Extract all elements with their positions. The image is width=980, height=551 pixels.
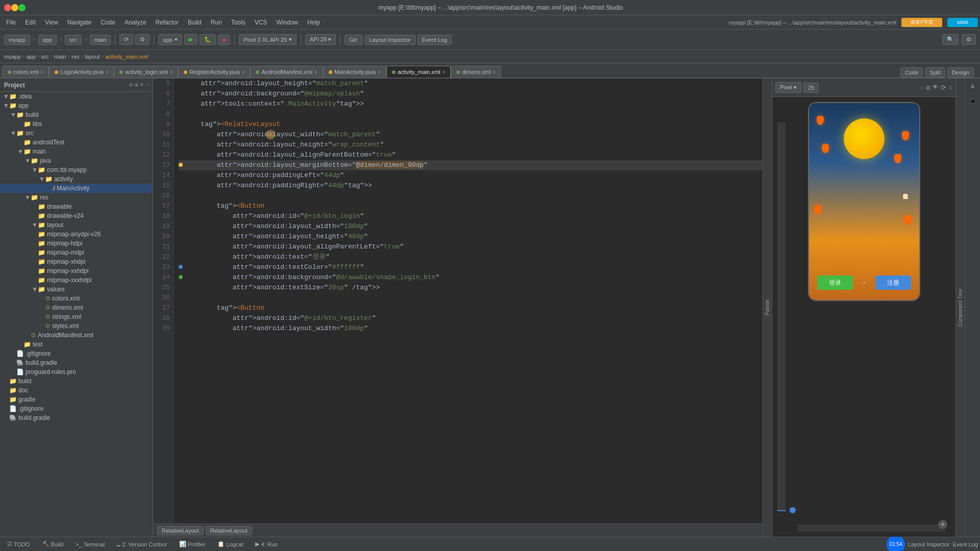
search-everywhere-btn[interactable]: 🔍	[942, 34, 959, 45]
tree-item-5[interactable]: 📁androidTest	[0, 138, 153, 147]
tree-item-12[interactable]: 📁drawable	[0, 202, 153, 211]
tree-item-9[interactable]: ▼📁activity	[0, 174, 153, 184]
code-tab-btn[interactable]: Code	[900, 67, 923, 78]
tab-colors-xml[interactable]: colors.xml ×	[2, 66, 49, 78]
error-icon[interactable]: ⚠	[920, 84, 924, 92]
menu-navigate[interactable]: Navigate	[63, 17, 95, 28]
menu-help[interactable]: Help	[303, 17, 324, 28]
event-log-btn[interactable]: Event Log	[418, 35, 452, 45]
tab-close-manifest[interactable]: ×	[314, 69, 317, 75]
bottom-tab-build[interactable]: 🔨 Build	[37, 539, 68, 549]
menu-edit[interactable]: Edit	[21, 17, 40, 28]
stop-btn[interactable]: ■	[218, 35, 231, 45]
tab-activity-login-xml[interactable]: activity_login.xml ×	[114, 66, 178, 78]
breadcrumb-res[interactable]: res	[71, 54, 79, 60]
code-editor[interactable]: 5678910111213141516171819202122232425262…	[153, 79, 763, 523]
tree-item-20[interactable]: 📁mipmap-xxxhdpi	[0, 276, 153, 285]
tree-item-19[interactable]: 📁mipmap-xxhdpi	[0, 266, 153, 276]
design-tab-btn[interactable]: Design	[947, 67, 974, 78]
tree-item-3[interactable]: 📁libs	[0, 119, 153, 129]
panel-sync-icon[interactable]: ⟳	[129, 82, 133, 88]
sdk-btn[interactable]: API 29 ▾	[305, 34, 336, 45]
breadcrumb-app[interactable]: app	[27, 54, 36, 60]
maximize-button[interactable]	[18, 4, 26, 11]
side-tab-attributes[interactable]: A	[967, 81, 979, 93]
tree-item-17[interactable]: 📁mipmap-mdpi	[0, 248, 153, 257]
tab-login-activity[interactable]: LoginActivity.java ×	[49, 66, 114, 78]
code-content[interactable]: attr">android:layout_height="match_paren…	[174, 79, 763, 523]
toolbar-app-btn[interactable]: app	[38, 35, 57, 45]
tree-item-10[interactable]: JMainActivity	[0, 184, 153, 193]
split-tab-btn[interactable]: Split	[925, 67, 945, 78]
settings-global-btn[interactable]: ⚙	[962, 34, 976, 45]
tree-item-7[interactable]: ▼📁java	[0, 156, 153, 165]
phone-login-btn[interactable]: 登录	[817, 276, 853, 290]
zoom-plus-btn[interactable]: +	[938, 520, 947, 529]
preview-eye-icon[interactable]: 👁	[932, 84, 939, 92]
breadcrumb-main[interactable]: main	[54, 54, 66, 60]
tab-close-main[interactable]: ×	[378, 69, 381, 75]
bottom-tab-todo[interactable]: ☑ TODO	[2, 539, 35, 549]
tree-item-31[interactable]: 📁build	[0, 377, 153, 386]
bottom-tab-run[interactable]: ▶ 4: Run	[250, 539, 282, 549]
run-btn[interactable]: ▶	[184, 34, 198, 45]
tree-item-18[interactable]: 📁mipmap-xhdpi	[0, 257, 153, 266]
breadcrumb-layout[interactable]: layout	[85, 54, 100, 60]
tab-manifest[interactable]: AndroidManifest.xml ×	[250, 66, 323, 78]
tree-item-32[interactable]: 📁doc	[0, 386, 153, 395]
bottom-tab-profiler[interactable]: 📊 Profiler	[174, 539, 211, 549]
preview-arrows-icon[interactable]: ↕	[948, 84, 952, 92]
tree-item-14[interactable]: ▼📁layout	[0, 220, 153, 230]
preview-refresh-icon[interactable]: ⟳	[941, 84, 946, 92]
panel-gear-icon[interactable]: ≡	[140, 82, 143, 88]
tree-item-25[interactable]: ⚙styles.xml	[0, 321, 153, 331]
menu-build[interactable]: Build	[184, 17, 206, 28]
menu-view[interactable]: View	[41, 17, 62, 28]
menu-refactor[interactable]: Refactor	[152, 17, 183, 28]
breadcrumb-activity-main[interactable]: activity_main.xml	[105, 54, 148, 60]
tree-item-34[interactable]: 📄.gitignore	[0, 404, 153, 413]
tree-item-26[interactable]: ⚙AndroidManifest.xml	[0, 331, 153, 340]
device-dropdown[interactable]: Pixel 3 XL API 29 ▾	[239, 34, 297, 45]
toolbar-src-btn[interactable]: src	[65, 35, 82, 45]
toolbar-project-btn[interactable]: myapp	[4, 35, 30, 45]
layout-inspector-btn[interactable]: Layout Inspector	[364, 35, 415, 45]
tree-item-1[interactable]: ▼📁app	[0, 101, 153, 110]
tree-item-21[interactable]: ▼📁values	[0, 285, 153, 294]
debug-btn[interactable]: 🐛	[200, 34, 216, 45]
layout-breadcrumb-2[interactable]: RelativeLayout	[206, 526, 252, 535]
tree-item-35[interactable]: 🐘build.gradle	[0, 413, 153, 422]
preview-scale[interactable]: 29	[803, 83, 819, 93]
bottom-tab-terminal[interactable]: >_ Terminal	[70, 540, 110, 549]
tree-item-6[interactable]: ▼📁main	[0, 147, 153, 156]
tab-dimens-xml[interactable]: dimens.xml ×	[451, 66, 501, 78]
bottom-tab-logcat[interactable]: 📋 Logcat	[212, 539, 248, 549]
tree-item-23[interactable]: ⚙dimens.xml	[0, 303, 153, 312]
preview-settings-icon[interactable]: ⚙	[926, 84, 930, 92]
menu-vcs[interactable]: VCS	[251, 17, 272, 28]
menu-file[interactable]: File	[2, 17, 20, 28]
toolbar-sync-btn[interactable]: ⟳	[119, 34, 133, 45]
tab-main-activity[interactable]: MainActivity.java ×	[323, 66, 386, 78]
tree-item-27[interactable]: 📁test	[0, 340, 153, 349]
tree-item-28[interactable]: 📄.gitignore	[0, 349, 153, 358]
tab-close-login[interactable]: ×	[106, 69, 109, 75]
toolbar-main-btn[interactable]: main	[90, 35, 111, 45]
breadcrumb-myapp[interactable]: myapp	[4, 54, 21, 60]
side-tab-device[interactable]: 📱	[967, 94, 979, 106]
menu-analyze[interactable]: Analyze	[120, 17, 151, 28]
tab-close-colors[interactable]: ×	[41, 69, 44, 75]
tab-close-actmain[interactable]: ×	[443, 69, 446, 75]
tree-item-15[interactable]: 📁mipmap-anydpi-v26	[0, 230, 153, 239]
menu-window[interactable]: Window	[272, 17, 302, 28]
close-button[interactable]	[4, 4, 11, 11]
tree-item-22[interactable]: ⚙colors.xml	[0, 294, 153, 303]
layout-breadcrumb-1[interactable]: RelativeLayout	[157, 526, 204, 535]
bottom-tab-vcs[interactable]: ⑉ 2: Version Control	[112, 540, 172, 549]
menu-tools[interactable]: Tools	[227, 17, 250, 28]
tree-item-2[interactable]: ▼📁build	[0, 110, 153, 119]
tree-item-4[interactable]: ▼📁src	[0, 129, 153, 138]
tab-activity-main-xml[interactable]: activity_main.xml ×	[386, 66, 451, 78]
tab-close-actlogin[interactable]: ×	[170, 69, 173, 75]
pixel-dropdown[interactable]: Pixel ▾	[775, 82, 801, 93]
